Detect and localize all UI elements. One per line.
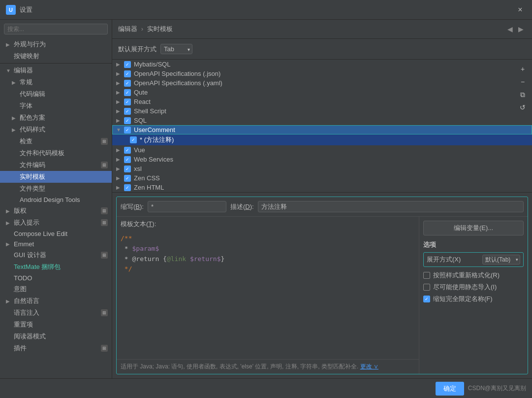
abbrev-label: 缩写(B): — [121, 202, 144, 211]
chevron-right-icon: ▶ — [116, 108, 123, 114]
apply-text: 适用于 Java; Java: 语句, 使用者函数, 表达式, 'else' 位… — [121, 363, 358, 370]
tree-item-vue[interactable]: ▶ Vue — [112, 145, 532, 155]
tree-item-mybatis[interactable]: ▶ Mybatis/SQL — [112, 60, 532, 69]
sidebar-item-file-encoding[interactable]: 文件编码 ⊞ — [0, 159, 112, 171]
desc-input[interactable] — [258, 201, 524, 212]
sidebar-item-redo[interactable]: 重置项 — [0, 319, 112, 331]
tree-item-usercomment[interactable]: ▼ UserComment — [112, 125, 532, 134]
tree-item-label: xsl — [134, 165, 142, 172]
sidebar-item-gui-designer[interactable]: GUI 设计器 ⊞ — [0, 249, 112, 261]
sidebar-item-file-template[interactable]: 文件和代码模板 — [0, 147, 112, 159]
checkbox-shell[interactable] — [124, 108, 131, 115]
search-box[interactable] — [4, 24, 108, 34]
sidebar-item-keymap[interactable]: 按键映射 — [0, 50, 112, 62]
tree-item-sql[interactable]: ▶ SQL — [112, 116, 532, 125]
expand-option-row: 展开方式(X) 默认(Tab) Tab Enter Space — [423, 252, 524, 267]
static-import-checkbox[interactable] — [423, 284, 430, 291]
badge-icon: ⊞ — [101, 162, 108, 168]
checkbox-zencss[interactable] — [124, 175, 131, 182]
sidebar-item-label: 插件 — [14, 344, 27, 353]
tree-item-zenhtml[interactable]: ▶ Zen HTML — [112, 183, 532, 192]
sidebar-item-ideas[interactable]: 意图 — [0, 283, 112, 295]
checkbox-sql[interactable] — [124, 117, 131, 124]
copy-button[interactable]: ⧉ — [517, 89, 528, 100]
sidebar-item-general[interactable]: ▶ 常规 — [0, 76, 112, 88]
sidebar-item-code-style[interactable]: ▶ 代码样式 — [0, 124, 112, 135]
expand-option-select-wrapper: 默认(Tab) Tab Enter Space — [482, 255, 520, 265]
sidebar-item-reader-mode[interactable]: 阅读器模式 — [0, 331, 112, 342]
sidebar-item-file-types[interactable]: 文件类型 — [0, 183, 112, 195]
badge-icon: ⊞ — [101, 345, 108, 352]
sidebar-item-font[interactable]: 字体 — [0, 100, 112, 112]
checkbox-zenhtml[interactable] — [124, 184, 131, 191]
checkbox-react[interactable] — [124, 99, 131, 105]
tree-item-label: SQL — [134, 117, 147, 124]
sidebar-item-compose-live-edit[interactable]: Compose Live Edit — [0, 229, 112, 239]
checkbox-openapi-yaml[interactable] — [124, 80, 131, 87]
sidebar-item-label: 常规 — [20, 78, 32, 87]
tree-item-shell[interactable]: ▶ Shell Script — [112, 106, 532, 116]
sidebar-item-editor[interactable]: ▼ 编辑器 — [0, 65, 112, 76]
tree-item-qute[interactable]: ▶ Qute — [112, 88, 532, 97]
sidebar-item-label: 嵌入提示 — [14, 218, 39, 227]
checkbox-openapi-json[interactable] — [124, 70, 131, 77]
sidebar-item-live-template[interactable]: 实时模板 — [0, 171, 112, 183]
checkbox-webservices[interactable] — [124, 156, 131, 163]
search-input[interactable] — [7, 26, 104, 33]
sidebar-item-label: Emmet — [14, 240, 34, 248]
template-code-editor[interactable]: /** * $param$ * @return {@link $return$}… — [117, 231, 419, 359]
tree-item-xsl[interactable]: ▶ xsl — [112, 164, 532, 173]
tree-item-label: React — [134, 98, 151, 105]
sidebar-item-appearance[interactable]: ▶ 外观与行为 — [0, 38, 112, 50]
sidebar-item-inlay-hints[interactable]: ▶ 嵌入提示 ⊞ — [0, 217, 112, 229]
sidebar-item-emmet[interactable]: ▶ Emmet — [0, 239, 112, 249]
sidebar-item-android-design[interactable]: Android Design Tools — [0, 195, 112, 205]
checkbox-qute[interactable] — [124, 89, 131, 96]
expand-option-select[interactable]: 默认(Tab) Tab Enter Space — [482, 255, 520, 265]
sidebar-item-copyright[interactable]: ▶ 版权 ⊞ — [0, 205, 112, 217]
tree-item-react[interactable]: ▶ React — [112, 97, 532, 106]
chevron-right-icon: ▶ — [116, 71, 123, 76]
reset-button[interactable]: ↺ — [517, 102, 528, 113]
close-button[interactable]: × — [514, 4, 526, 16]
checkbox-xsl[interactable] — [124, 166, 131, 172]
sidebar-item-natural-lang[interactable]: ▶ 自然语言 — [0, 295, 112, 307]
sidebar-item-label: 重置项 — [14, 320, 33, 329]
chevron-right-icon: ▶ — [116, 166, 123, 171]
tree-item-openapi-yaml[interactable]: ▶ OpenAPI Specifications (.yaml) — [112, 78, 532, 88]
tree-item-method-comment[interactable]: * (方法注释) — [112, 134, 532, 145]
sidebar-item-code-edit[interactable]: 代码编辑 — [0, 88, 112, 100]
chevron-right-icon: ▶ — [116, 118, 123, 123]
sidebar-item-label: 文件和代码模板 — [20, 149, 64, 158]
checkbox-vue[interactable] — [124, 147, 131, 154]
sidebar-item-label: 外观与行为 — [14, 40, 46, 49]
checkbox-method-comment[interactable] — [130, 136, 137, 143]
checkbox-usercomment[interactable] — [124, 127, 131, 133]
sidebar-item-inspection[interactable]: 检查 ⊞ — [0, 135, 112, 147]
tree-item-openapi-json[interactable]: ▶ OpenAPI Specifications (.json) — [112, 69, 532, 78]
sidebar-item-todo[interactable]: TODO — [0, 273, 112, 283]
expand-method-select[interactable]: Tab Enter Space — [160, 44, 192, 54]
change-link[interactable]: 更改 ∨ — [360, 363, 378, 370]
shorten-name-checkbox[interactable] — [423, 296, 430, 302]
tree-item-webservices[interactable]: ▶ Web Services — [112, 155, 532, 164]
reformat-checkbox[interactable] — [423, 272, 430, 279]
back-button[interactable]: ◀ — [504, 24, 515, 34]
sidebar: ▶ 外观与行为 按键映射 ▼ 编辑器 ▶ 常规 — [0, 20, 112, 378]
edit-variables-button[interactable]: 编辑变量(E)... — [423, 221, 524, 235]
sidebar-item-color-scheme[interactable]: ▶ 配色方案 — [0, 112, 112, 124]
sidebar-item-lang-inject[interactable]: 语言注入 ⊞ — [0, 307, 112, 319]
sidebar-item-label: GUI 设计器 — [14, 251, 46, 260]
expand-method-label: 默认展开方式 — [118, 45, 156, 54]
remove-button[interactable]: − — [517, 76, 528, 87]
add-button[interactable]: + — [517, 64, 528, 74]
sidebar-item-textmate[interactable]: TextMate 捆绑包 — [0, 261, 112, 273]
sidebar-item-plugins[interactable]: 插件 ⊞ — [0, 342, 112, 354]
checkbox-mybatis[interactable] — [124, 61, 131, 68]
abbrev-input[interactable] — [148, 201, 226, 212]
tree-item-label: Zen CSS — [134, 174, 160, 182]
forward-button[interactable]: ▶ — [515, 24, 526, 34]
ok-button[interactable]: 确定 — [436, 382, 464, 396]
tree-item-zencss[interactable]: ▶ Zen CSS — [112, 173, 532, 183]
template-text-label: 模板文本(T): — [117, 217, 419, 231]
